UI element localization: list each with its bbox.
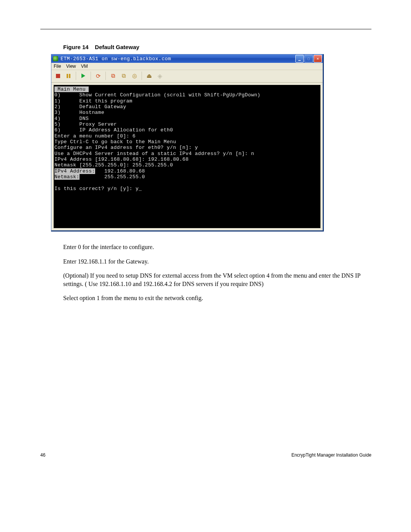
close-button[interactable]: ✕ — [314, 55, 322, 62]
terminal-line: Netmask: 255.255.255.0 — [54, 174, 320, 180]
figure-screenshot: ETM-2653-AS1 on sw-eng.blackbox.com ▁ ▢ … — [51, 54, 322, 232]
terminal-line: 0) Show Current Configuration (scroll wi… — [54, 92, 320, 98]
main-menu-header: Main Menu — [54, 86, 89, 92]
terminal-line: Configure an IPv4 address for eth0? y/n … — [54, 145, 320, 150]
eject-icon: ⏏ — [147, 72, 152, 79]
menu-view[interactable]: View — [66, 64, 76, 69]
fullscreen-button[interactable]: ◈ — [156, 72, 164, 80]
snapshot-icon: ⧉ — [111, 72, 115, 79]
minimize-icon: ▁ — [298, 56, 301, 61]
terminal-line — [54, 180, 320, 185]
paragraph: Enter 192.168.1.1 for the Gateway. — [63, 257, 362, 266]
terminal-line: 4) DNS — [54, 116, 320, 121]
play-icon — [81, 73, 85, 78]
netmask-label: Netmask: — [54, 174, 80, 180]
stop-button[interactable] — [54, 72, 62, 80]
menu-file[interactable]: File — [54, 64, 61, 69]
app-icon — [53, 56, 58, 61]
toolbar: ⟳ ⧉ ⧉ ◎ ⏏ ◈ — [51, 70, 323, 83]
snapshot-manager-icon: ⧉ — [122, 72, 126, 79]
terminal-line: Enter a menu number [0]: 6 — [54, 133, 320, 139]
cd-button[interactable]: ◎ — [130, 72, 139, 80]
figure-caption: Figure 14 Default Gateway — [63, 44, 371, 50]
pause-button[interactable] — [64, 72, 73, 80]
terminal-line: 2) Default Gateway — [54, 104, 320, 110]
terminal-line: 5) Proxy Server — [54, 121, 320, 127]
vm-window: ETM-2653-AS1 on sw-eng.blackbox.com ▁ ▢ … — [51, 54, 324, 232]
figure-title: Default Gateway — [95, 44, 139, 50]
snapshot-manager-button[interactable]: ⧉ — [119, 72, 128, 80]
terminal-line: Main Menu — [54, 86, 320, 92]
menu-bar: File View VM — [51, 63, 323, 70]
play-button[interactable] — [79, 72, 88, 80]
terminal-line: 3) Hostname — [54, 110, 320, 115]
page-footer: 46 EncrypTight Manager Installation Guid… — [40, 452, 371, 458]
eject-button[interactable]: ⏏ — [145, 72, 153, 80]
toolbar-separator — [142, 72, 142, 80]
terminal-line: 1) Exit this program — [54, 98, 320, 104]
figure-label: Figure 14 — [63, 44, 89, 50]
window-titlebar: ETM-2653-AS1 on sw-eng.blackbox.com ▁ ▢ … — [51, 54, 323, 63]
snapshot-button[interactable]: ⧉ — [109, 72, 117, 80]
paragraph: (Optional) If you need to setup DNS for … — [63, 272, 362, 288]
document-title: EncrypTight Manager Installation Guide — [292, 452, 371, 458]
paragraph: Select option 1 from the menu to exit th… — [63, 294, 362, 302]
terminal-line: IPv4 Address [192.168.80.68]: 192.168.80… — [54, 157, 320, 162]
page-number: 46 — [40, 452, 45, 458]
body-text: Enter 0 for the interface to configure. … — [63, 243, 362, 302]
close-icon: ✕ — [317, 56, 319, 61]
terminal-line: 6) IP Address Allocation for eth0 — [54, 127, 320, 133]
terminal[interactable]: Main Menu 0) Show Current Configuration … — [54, 85, 320, 228]
toolbar-separator — [105, 72, 106, 80]
menu-vm[interactable]: VM — [81, 64, 88, 69]
toolbar-separator — [76, 72, 76, 80]
terminal-line: IPv4 Address: 192.168.80.68 — [54, 168, 320, 174]
pause-icon — [67, 74, 70, 78]
netmask-value: 255.255.255.0 — [80, 174, 145, 180]
terminal-line: Type Ctrl-C to go back to the Main Menu — [54, 139, 320, 145]
terminal-line: Use a DHCPv4 Server instead of a static … — [54, 151, 320, 157]
toolbar-separator — [91, 72, 91, 80]
maximize-button[interactable]: ▢ — [304, 55, 313, 62]
reset-icon: ⟳ — [96, 73, 101, 79]
minimize-button[interactable]: ▁ — [295, 55, 304, 62]
terminal-prompt: Is this correct? y/n [y]: y_ — [54, 186, 320, 192]
stop-icon — [56, 74, 60, 78]
fullscreen-icon: ◈ — [158, 72, 162, 80]
reset-button[interactable]: ⟳ — [94, 72, 102, 80]
cd-icon: ◎ — [132, 72, 137, 79]
terminal-line: Netmask [255.255.255.0]: 255.255.255.0 — [54, 162, 320, 168]
ipv4-address-value: 192.168.80.68 — [95, 168, 145, 174]
paragraph: Enter 0 for the interface to configure. — [63, 243, 362, 251]
maximize-icon: ▢ — [307, 56, 310, 61]
ipv4-address-label: IPv4 Address: — [54, 168, 95, 174]
window-title: ETM-2653-AS1 on sw-eng.blackbox.com — [61, 56, 295, 62]
horizontal-rule — [40, 29, 371, 29]
